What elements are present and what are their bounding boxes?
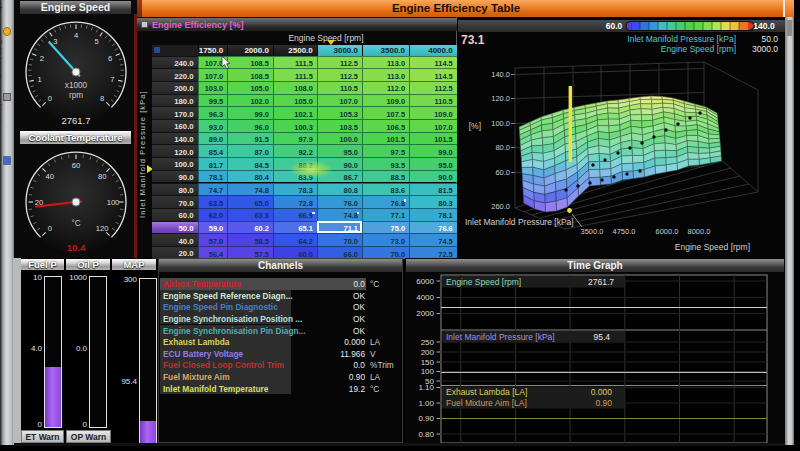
- svg-text:100.0: 100.0: [491, 119, 510, 128]
- svg-text:60.0: 60.0: [495, 168, 510, 177]
- svg-text:80: 80: [98, 172, 106, 181]
- svg-text:°C: °C: [71, 219, 80, 228]
- svg-text:Engine Speed [rpm]: Engine Speed [rpm]: [675, 242, 750, 252]
- svg-text:140.0: 140.0: [753, 21, 775, 31]
- svg-text:0.000: 0.000: [591, 387, 613, 397]
- svg-text:4: 4: [74, 31, 78, 40]
- svg-text:2000: 2000: [416, 309, 434, 318]
- svg-text:0.90: 0.90: [418, 414, 434, 423]
- svg-text:140.0: 140.0: [491, 70, 510, 79]
- svg-text:0.80: 0.80: [418, 430, 434, 439]
- svg-text:Engine Speed [rpm]: Engine Speed [rpm]: [446, 277, 521, 287]
- svg-text:6000.0: 6000.0: [656, 227, 679, 236]
- svg-text:80.0: 80.0: [495, 143, 510, 152]
- svg-text:0: 0: [48, 94, 52, 103]
- svg-text:0: 0: [48, 224, 52, 233]
- svg-text:x1000: x1000: [65, 81, 88, 90]
- svg-text:120.0: 120.0: [491, 94, 510, 103]
- svg-text:0.90: 0.90: [595, 398, 612, 408]
- svg-text:1.00: 1.00: [418, 399, 434, 408]
- svg-text:6: 6: [108, 54, 112, 63]
- svg-text:[%]: [%]: [469, 121, 481, 131]
- svg-text:260.0: 260.0: [491, 202, 510, 211]
- svg-text:100: 100: [107, 198, 120, 207]
- svg-text:40: 40: [46, 172, 54, 181]
- svg-text:4000: 4000: [416, 293, 434, 302]
- svg-text:1.10: 1.10: [418, 383, 434, 392]
- svg-text:1: 1: [38, 75, 42, 84]
- svg-text:2761.7: 2761.7: [588, 277, 614, 287]
- svg-text:3500.0: 3500.0: [581, 227, 604, 236]
- svg-text:5: 5: [94, 37, 98, 46]
- svg-text:8000.0: 8000.0: [688, 227, 711, 236]
- svg-text:8: 8: [100, 94, 104, 103]
- svg-text:Inlet Manifold Pressure [kPa]: Inlet Manifold Pressure [kPa]: [446, 332, 555, 342]
- svg-text:Fuel Mixture Aim [LA]: Fuel Mixture Aim [LA]: [446, 398, 527, 408]
- svg-text:6000: 6000: [416, 277, 434, 286]
- svg-text:100: 100: [421, 367, 435, 376]
- svg-text:Inlet Manifold Pressure [kPa]: Inlet Manifold Pressure [kPa]: [465, 217, 574, 227]
- svg-text:3: 3: [53, 37, 57, 46]
- svg-text:4750.0: 4750.0: [613, 227, 636, 236]
- svg-text:250: 250: [421, 338, 435, 347]
- svg-text:2: 2: [40, 54, 44, 63]
- svg-text:60: 60: [72, 161, 80, 170]
- svg-text:7: 7: [110, 75, 114, 84]
- svg-text:150: 150: [421, 358, 435, 367]
- svg-text:200: 200: [421, 348, 435, 357]
- svg-text:95.4: 95.4: [593, 332, 610, 342]
- svg-text:Exhaust Lambda [LA]: Exhaust Lambda [LA]: [446, 387, 527, 397]
- svg-text:120: 120: [96, 224, 109, 233]
- svg-text:60.0: 60.0: [606, 21, 623, 31]
- svg-text:rpm: rpm: [69, 91, 83, 100]
